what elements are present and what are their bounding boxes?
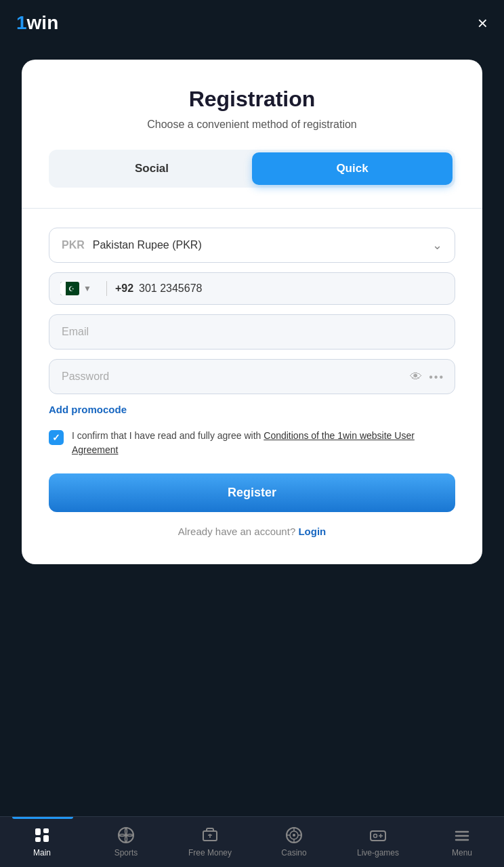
- nav-items-row: Main Sports Free Money: [0, 819, 504, 867]
- app-header: 1 win ×: [0, 0, 504, 46]
- svg-rect-3: [43, 835, 49, 842]
- close-button[interactable]: ×: [478, 14, 488, 32]
- svg-rect-0: [35, 828, 41, 835]
- svg-point-10: [293, 834, 295, 837]
- section-divider: [22, 208, 482, 209]
- nav-item-menu[interactable]: Menu: [435, 826, 489, 858]
- casino-icon: [285, 826, 303, 845]
- tab-social[interactable]: Social: [51, 152, 252, 185]
- login-link[interactable]: Login: [298, 526, 326, 537]
- nav-label-main: Main: [33, 848, 51, 858]
- free-money-icon: [201, 826, 219, 845]
- login-row: Already have an account? Login: [49, 526, 455, 537]
- nav-item-casino[interactable]: Casino: [267, 826, 321, 858]
- nav-label-menu: Menu: [452, 848, 472, 858]
- agreement-row: ✓ I confirm that I have read and fully a…: [49, 429, 455, 457]
- live-games-icon: [369, 826, 387, 845]
- agreement-label-before: I confirm that I have read and fully agr…: [72, 430, 264, 441]
- agreement-checkbox[interactable]: ✓: [49, 430, 64, 445]
- currency-code: PKR: [62, 239, 85, 251]
- register-button[interactable]: Register: [49, 473, 455, 512]
- already-account-text: Already have an account?: [178, 526, 295, 537]
- password-options-icon[interactable]: •••: [429, 371, 444, 383]
- currency-selector[interactable]: PKR Pakistan Rupee (PKR) ⌄: [49, 228, 455, 263]
- main-content: Registration Choose a convenient method …: [0, 46, 504, 867]
- tab-quick[interactable]: Quick: [252, 152, 453, 185]
- phone-field: ▼ +92 301 2345678: [49, 272, 455, 305]
- nav-item-free-money[interactable]: Free Money: [183, 826, 237, 858]
- checkmark-icon: ✓: [52, 432, 60, 443]
- chevron-down-icon: ⌄: [432, 238, 442, 253]
- pakistan-flag-icon: [60, 282, 79, 295]
- tab-row: Social Quick: [49, 150, 455, 188]
- password-container: 👁 •••: [49, 359, 455, 394]
- svg-rect-1: [35, 837, 41, 842]
- email-field[interactable]: [49, 314, 455, 350]
- flag-dropdown-arrow-icon: ▼: [83, 284, 91, 293]
- logo-win: win: [27, 12, 59, 34]
- password-field[interactable]: [49, 359, 455, 394]
- country-flag-selector[interactable]: ▼: [60, 282, 91, 295]
- nav-item-main[interactable]: Main: [15, 826, 69, 858]
- nav-item-live-games[interactable]: Live-games: [351, 826, 405, 858]
- currency-name: Pakistan Rupee (PKR): [93, 239, 432, 251]
- password-toggle-icon[interactable]: 👁: [410, 370, 422, 384]
- main-icon: [33, 826, 51, 845]
- password-icons: 👁 •••: [410, 370, 444, 384]
- svg-point-16: [374, 834, 377, 838]
- nav-label-free-money: Free Money: [188, 848, 232, 858]
- nav-item-sports[interactable]: Sports: [99, 826, 153, 858]
- phone-divider: [106, 281, 107, 296]
- svg-rect-2: [43, 828, 49, 833]
- logo: 1 win: [16, 12, 58, 34]
- phone-country-code: +92: [115, 282, 133, 295]
- svg-rect-15: [371, 831, 385, 841]
- add-promocode-link[interactable]: Add promocode: [49, 404, 127, 415]
- bottom-navigation: Main Sports Free Money: [0, 816, 504, 867]
- agreement-label: I confirm that I have read and fully agr…: [72, 429, 455, 457]
- menu-icon: [453, 826, 471, 845]
- registration-title: Registration: [49, 87, 455, 112]
- nav-label-sports: Sports: [114, 848, 138, 858]
- logo-1: 1: [16, 12, 27, 34]
- registration-card: Registration Choose a convenient method …: [22, 60, 482, 564]
- nav-label-casino: Casino: [281, 848, 306, 858]
- sports-icon: [117, 826, 135, 845]
- registration-subtitle: Choose a convenient method of registrati…: [49, 119, 455, 131]
- phone-number-value: 301 2345678: [139, 282, 202, 295]
- nav-label-live-games: Live-games: [357, 848, 399, 858]
